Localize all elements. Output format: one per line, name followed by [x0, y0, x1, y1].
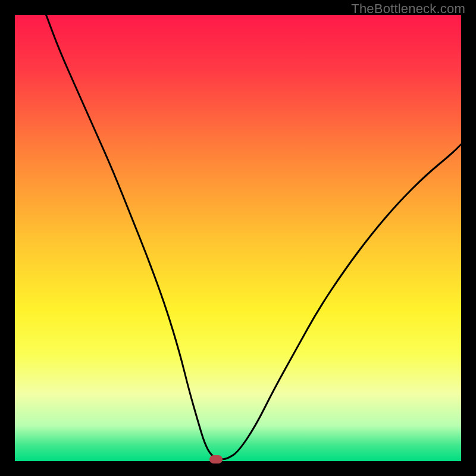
chart-frame: TheBottleneck.com	[0, 0, 476, 476]
optimal-point-marker	[209, 455, 223, 464]
watermark-text: TheBottleneck.com	[351, 1, 465, 17]
bottleneck-chart	[15, 15, 461, 461]
gradient-background	[15, 15, 461, 461]
